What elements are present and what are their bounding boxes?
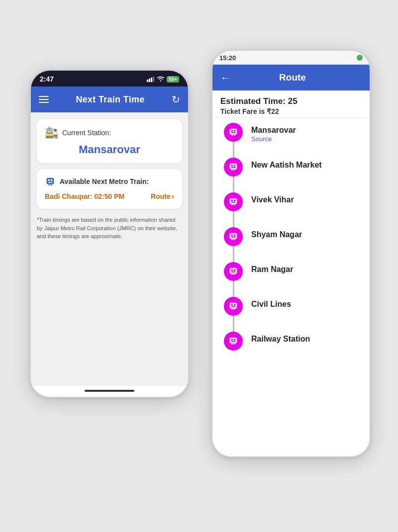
- svg-rect-5: [47, 178, 54, 184]
- svg-rect-33: [231, 239, 233, 240]
- route-station-name: Civil Lines: [251, 300, 291, 309]
- route-source-label: Source: [251, 135, 296, 143]
- phone2-title: Route: [238, 72, 347, 83]
- svg-rect-2: [151, 78, 152, 82]
- phone2-time: 15:20: [219, 54, 236, 62]
- phone1-status-icons: 50+: [147, 76, 179, 83]
- hamburger-icon[interactable]: [39, 96, 49, 103]
- svg-rect-44: [231, 306, 235, 307]
- route-station-name: Railway Station: [251, 335, 310, 344]
- svg-rect-16: [234, 135, 235, 136]
- home-indicator: [31, 386, 188, 397]
- route-item-info: Railway Station: [244, 332, 310, 344]
- route-item: New Aatish Market: [222, 158, 370, 192]
- svg-rect-24: [231, 199, 233, 201]
- svg-rect-19: [234, 165, 236, 166]
- route-station-name: Mansarovar: [251, 126, 296, 135]
- phone1: 2:47 50+ Next Train Time ↻ 🚉 Current Sta…: [30, 70, 189, 398]
- back-arrow-icon[interactable]: ←: [220, 72, 230, 84]
- route-item-info: Civil Lines: [244, 297, 291, 309]
- svg-rect-43: [234, 304, 236, 305]
- svg-rect-36: [231, 269, 233, 270]
- route-item-line-col: [222, 262, 244, 297]
- phone1-time: 2:47: [40, 75, 54, 83]
- svg-rect-7: [51, 179, 53, 181]
- route-line: [233, 177, 234, 192]
- svg-rect-17: [230, 164, 237, 170]
- svg-rect-29: [230, 233, 237, 239]
- next-train-label-row: Available Next Metro Train:: [45, 176, 174, 187]
- estimated-time-text: Estimated Time: 25: [220, 96, 362, 106]
- route-item-info: New Aatish Market: [244, 158, 322, 170]
- svg-rect-9: [48, 184, 50, 186]
- route-item: MansarovarSource: [222, 123, 370, 158]
- svg-rect-40: [234, 274, 235, 275]
- svg-rect-21: [231, 170, 233, 171]
- route-arrow-icon: ›: [172, 192, 174, 201]
- route-line: [233, 281, 234, 297]
- svg-rect-32: [231, 237, 235, 238]
- phone2-header: ← Route: [212, 65, 370, 90]
- route-link[interactable]: Route ›: [151, 192, 174, 201]
- route-item-info: Vivek Vihar: [244, 192, 294, 204]
- station-label-row: 🚉 Current Station:: [45, 126, 111, 139]
- current-station-name: Mansarovar: [45, 143, 174, 156]
- train-destination: Badi Chaupar:: [45, 192, 93, 200]
- current-station-label: Current Station:: [62, 129, 111, 137]
- phone2-body: Estimated Time: 25 Ticket Fare is ₹22 Ma…: [212, 90, 370, 456]
- route-item-info: Shyam Nagar: [244, 227, 302, 239]
- route-line: [233, 142, 234, 158]
- route-item-line-col: [222, 158, 244, 192]
- svg-rect-49: [234, 339, 236, 340]
- route-dot: [224, 227, 243, 246]
- route-line: [233, 316, 234, 332]
- svg-rect-3: [153, 77, 154, 82]
- route-item-info: MansarovarSource: [244, 123, 296, 143]
- svg-rect-52: [234, 344, 235, 345]
- route-line: [233, 246, 234, 262]
- route-dot: [224, 158, 243, 177]
- svg-rect-23: [230, 198, 237, 204]
- metro-icon: [45, 176, 56, 187]
- metro-station-icon: [228, 162, 239, 173]
- home-bar: [85, 390, 134, 392]
- refresh-icon[interactable]: ↻: [172, 93, 180, 105]
- phone1-status-bar: 2:47 50+: [31, 71, 188, 87]
- svg-rect-42: [231, 304, 233, 305]
- phone2-status-bar: 15:20: [212, 51, 370, 65]
- phone1-title: Next Train Time: [76, 94, 144, 105]
- route-list: MansarovarSource New Aatish Market Vivek…: [212, 118, 370, 456]
- svg-rect-20: [231, 167, 235, 168]
- svg-rect-22: [234, 170, 235, 171]
- metro-station-icon: [228, 266, 239, 277]
- route-link-label: Route: [151, 192, 171, 200]
- svg-rect-45: [231, 309, 233, 310]
- svg-rect-12: [231, 130, 233, 131]
- phone1-header: Next Train Time ↻: [31, 87, 188, 112]
- route-item-line-col: [222, 297, 244, 332]
- route-line: [233, 211, 234, 227]
- svg-rect-39: [231, 274, 233, 275]
- route-dot: [224, 192, 243, 211]
- phone1-battery: 50+: [167, 76, 179, 83]
- svg-rect-31: [234, 234, 236, 236]
- route-station-name: Shyam Nagar: [251, 230, 302, 239]
- svg-rect-11: [230, 129, 237, 135]
- phone2: 15:20 ← Route Estimated Time: 25 Ticket …: [211, 50, 371, 457]
- next-train-card: Available Next Metro Train: Badi Chaupar…: [37, 169, 182, 209]
- route-item: Ram Nagar: [222, 262, 370, 297]
- signal-icon: [147, 76, 155, 82]
- route-dot: [224, 123, 243, 142]
- metro-station-icon: [228, 301, 239, 312]
- svg-rect-47: [230, 338, 237, 344]
- estimated-time-bar: Estimated Time: 25 Ticket Fare is ₹22: [212, 90, 370, 118]
- train-dest-time: Badi Chaupar: 02:50 PM: [45, 192, 124, 200]
- metro-station-icon: [228, 196, 239, 207]
- svg-rect-6: [48, 179, 50, 181]
- phone1-body: 🚉 Current Station: Mansarovar Available …: [31, 112, 188, 386]
- svg-rect-51: [231, 344, 233, 345]
- route-item: Civil Lines: [222, 297, 370, 332]
- svg-rect-41: [230, 303, 237, 309]
- svg-point-4: [160, 80, 161, 81]
- svg-rect-28: [234, 204, 235, 205]
